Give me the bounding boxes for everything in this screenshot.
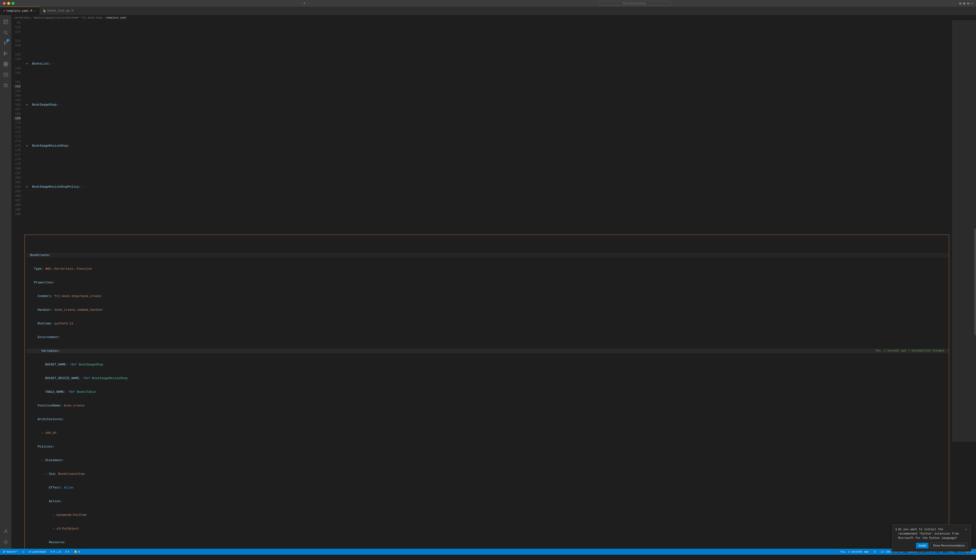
sidebar-item-run[interactable] [1, 49, 10, 58]
yaml-token [27, 362, 45, 367]
code-line: Handler: book_create.lambda_handler [27, 308, 949, 312]
breadcrumb-separator: › [103, 16, 105, 19]
fold-arrow[interactable]: ▶ [27, 185, 28, 189]
svg-point-18 [874, 551, 876, 552]
fold-arrow[interactable]: ▶ [27, 143, 28, 148]
code-line: Properties: [27, 280, 949, 285]
breadcrumb-part[interactable]: serverless [14, 16, 30, 19]
svg-point-17 [5, 551, 5, 552]
sync-item[interactable]: ↻ [22, 550, 25, 553]
minimize-button[interactable] [7, 2, 10, 5]
editor-area: serverless › deployingApplicationsWithSA… [12, 15, 976, 549]
tab-books-list-py[interactable]: 🐍 books_list.py U [40, 7, 77, 15]
yaml-token: : [57, 102, 60, 107]
yaml-token: : [51, 294, 55, 298]
tab-close-button[interactable]: ✕ [33, 9, 36, 13]
yaml-token: : [49, 253, 51, 257]
sidebar-item-remote[interactable] [1, 70, 10, 79]
code-line: - s3:PutObject [27, 527, 949, 531]
show-recommendations-button[interactable]: Show Recommendations [930, 543, 968, 548]
git-blame-status[interactable]: You, 2 seconds ago [839, 550, 870, 553]
py-file-icon: 🐍 [43, 9, 46, 12]
sidebar-item-settings[interactable] [1, 537, 10, 547]
bell-item[interactable]: 🔔 0 [73, 550, 81, 553]
yaml-token [27, 458, 41, 463]
code-line-current: Variables: You, 2 seconds ago • Uncommit… [27, 348, 949, 353]
search-status[interactable] [872, 550, 877, 553]
sidebar-item-launchpad[interactable] [1, 80, 10, 90]
yaml-token: : [41, 267, 45, 271]
yaml-token: Policies [38, 444, 53, 449]
install-button[interactable]: Install [916, 543, 928, 548]
code-line: Runtime: python3.11 [27, 321, 949, 326]
breadcrumb-part[interactable]: fcj-book-shop [82, 16, 102, 19]
svg-marker-5 [4, 52, 7, 55]
panel-icon[interactable]: ⊟ [967, 2, 969, 5]
notification-close-button[interactable]: ✕ [965, 527, 968, 532]
fold-arrow[interactable]: ▶ [27, 62, 28, 66]
nav-forward-button[interactable]: › [308, 1, 310, 5]
yaml-token: dynamodb:PutItem [57, 513, 87, 517]
code-line: Type: AWS::Serverless::Function [27, 267, 949, 271]
yaml-token: : [64, 390, 68, 394]
sidebar-item-source-control[interactable]: 3 [1, 38, 10, 48]
search-input[interactable] [598, 1, 670, 6]
yaml-token: TABLE_NAME [45, 390, 64, 394]
code-line: - dynamodb:PutItem [27, 513, 949, 517]
svg-point-14 [5, 542, 6, 543]
yaml-token: BooksList [28, 62, 49, 66]
sidebar-item-explorer[interactable] [1, 17, 10, 27]
sidebar-item-search[interactable] [1, 28, 10, 37]
code-line [27, 130, 949, 134]
code-line: Architectures: [27, 417, 949, 422]
yaml-token: : [60, 499, 62, 503]
yaml-token: BUCKET_RESIZE_NAME [45, 376, 79, 380]
minimap-scrollbar [974, 229, 976, 335]
tab-template-yaml[interactable]: ● template.yaml M ✕ [0, 7, 40, 15]
yaml-token: CodeUri [38, 294, 51, 298]
yaml-token: : [64, 540, 66, 545]
sidebar-item-extensions[interactable] [1, 59, 10, 69]
code-line: ▶ BooksList: ─ [27, 62, 949, 66]
yaml-token: - [53, 513, 57, 517]
yaml-token: : [66, 362, 70, 367]
svg-rect-9 [3, 64, 5, 66]
git-branch-item[interactable]: master* [2, 550, 19, 553]
nav-back-button[interactable]: ‹ [303, 1, 306, 5]
yaml-token [27, 321, 38, 326]
info-item[interactable]: ℹ 4 [65, 550, 70, 553]
maximize-button[interactable] [12, 2, 14, 5]
yaml-token [90, 376, 92, 380]
split-editor-icon[interactable]: ⊞ [963, 2, 965, 5]
launchpad-item[interactable]: ◈ Launchpad [28, 550, 47, 553]
code-line: Action: [27, 499, 949, 503]
yaml-token: book_create.lambda_handler [55, 308, 103, 312]
breadcrumb-part[interactable]: deployingApplicationsWithSAM [34, 16, 78, 19]
search-icon [874, 550, 876, 553]
fold-arrow[interactable]: ▶ [27, 102, 28, 107]
code-line [27, 34, 949, 38]
code-line: FunctionName: book_create [27, 403, 949, 408]
yaml-token: FunctionName [38, 403, 60, 408]
yaml-token: : [55, 472, 58, 476]
errors-item[interactable]: ⊘ 0 △ 0 [50, 550, 62, 553]
breadcrumb-active: template.yaml [106, 16, 127, 19]
code-line: Environment: [27, 335, 949, 340]
layout-icon[interactable]: ⊟ [959, 2, 961, 5]
yaml-token: Sid [49, 472, 55, 476]
customize-icon[interactable]: ⋯ [971, 2, 973, 5]
yaml-token [27, 348, 41, 353]
yaml-token: !Ref [69, 362, 77, 367]
bell-icon: 🔔 [74, 550, 77, 553]
code-line: - Statement: [27, 458, 949, 463]
editor[interactable]: 91 113 114 123 124 133 134 144 145 161 1… [12, 20, 952, 549]
sidebar-item-accounts[interactable] [1, 527, 10, 536]
yaml-token: python3.11 [55, 321, 73, 326]
tab-label: template.yaml M [6, 9, 32, 13]
yaml-token [27, 540, 49, 545]
close-button[interactable] [3, 2, 6, 5]
yaml-token: - [41, 458, 45, 463]
svg-point-1 [4, 31, 7, 33]
code-line: ▶ BookImageResizeShopPolicy: ─ [27, 185, 949, 189]
notification: ℹ Do you want to install the recommended… [892, 524, 971, 552]
